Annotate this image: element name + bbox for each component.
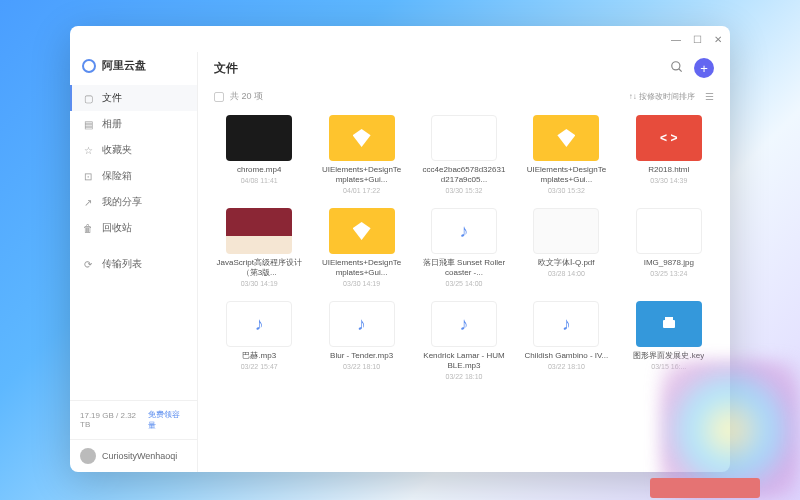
file-thumbnail (329, 208, 395, 254)
file-name: UIElements+DesignTemplates+Gui... (319, 258, 405, 278)
file-icon: ▢ (82, 92, 94, 104)
file-name: R2018.html (648, 165, 689, 175)
file-name: 落日飛車 Sunset Rollercoaster -... (421, 258, 507, 278)
sidebar-item-file[interactable]: ▢文件 (70, 85, 197, 111)
header: 文件 + (198, 52, 730, 86)
file-item[interactable]: 落日飛車 Sunset Rollercoaster -...03/25 14:0… (415, 204, 513, 291)
file-thumbnail: < > (636, 115, 702, 161)
brand-title: 阿里云盘 (102, 58, 146, 73)
search-icon[interactable] (670, 60, 684, 77)
file-item[interactable]: < >R2018.html03/30 14:39 (620, 111, 718, 198)
file-thumbnail (226, 208, 292, 254)
file-item[interactable]: JavaScript高级程序设计（第3版...03/30 14:19 (210, 204, 308, 291)
view-toggle-icon[interactable]: ☰ (705, 91, 714, 102)
username: CuriosityWenhaoqi (102, 451, 177, 461)
sidebar-item-trash[interactable]: 🗑回收站 (70, 215, 197, 241)
file-item[interactable]: 图形界面发展史.key03/15 16:... (620, 297, 718, 384)
main: 文件 + 共 20 项 ↑↓ 按修改时间排序 ☰ (198, 52, 730, 472)
file-grid: chrome.mp404/08 11:41UIElements+DesignTe… (210, 111, 718, 384)
header-actions: + (670, 58, 714, 78)
file-thumbnail (226, 115, 292, 161)
file-item[interactable]: 巴赫.mp303/22 15:47 (210, 297, 308, 384)
sidebar-item-lock[interactable]: ⊡保险箱 (70, 163, 197, 189)
sidebar-item-label: 相册 (102, 117, 122, 131)
toolbar: 共 20 项 ↑↓ 按修改时间排序 ☰ (198, 86, 730, 111)
item-count: 共 20 项 (230, 90, 263, 103)
file-date: 03/30 14:39 (650, 177, 687, 184)
album-icon: ▤ (82, 118, 94, 130)
sidebar-item-label: 保险箱 (102, 169, 132, 183)
file-item[interactable]: chrome.mp404/08 11:41 (210, 111, 308, 198)
file-date: 04/01 17:22 (343, 187, 380, 194)
file-date: 03/30 14:19 (241, 280, 278, 287)
sort-button[interactable]: ↑↓ 按修改时间排序 (629, 91, 695, 102)
maximize-button[interactable]: ☐ (693, 34, 702, 45)
file-thumbnail (533, 301, 599, 347)
sidebar-item-star[interactable]: ☆收藏夹 (70, 137, 197, 163)
sidebar-item-label: 收藏夹 (102, 143, 132, 157)
storage-link[interactable]: 免费领容量 (148, 409, 188, 431)
file-item[interactable]: UIElements+DesignTemplates+Gui...03/30 1… (312, 204, 410, 291)
file-name: Kendrick Lamar - HUMBLE.mp3 (421, 351, 507, 371)
brand-icon (82, 59, 96, 73)
sidebar-item-transfer[interactable]: ⟳传输列表 (70, 251, 197, 277)
toolbar-left: 共 20 项 (214, 90, 263, 103)
file-grid-scroll[interactable]: chrome.mp404/08 11:41UIElements+DesignTe… (198, 111, 730, 472)
storage-text: 17.19 GB / 2.32 TB (80, 411, 148, 429)
storage: 17.19 GB / 2.32 TB 免费领容量 (70, 400, 197, 439)
file-thumbnail (226, 301, 292, 347)
file-date: 03/25 14:00 (446, 280, 483, 287)
file-thumbnail (533, 208, 599, 254)
close-button[interactable]: ✕ (714, 34, 722, 45)
file-name: 欧文字体Ⅰ-Q.pdf (538, 258, 594, 268)
sidebar-item-label: 文件 (102, 91, 122, 105)
file-item[interactable]: UIElements+DesignTemplates+Gui...04/01 1… (312, 111, 410, 198)
share-icon: ↗ (82, 196, 94, 208)
file-date: 03/15 16:... (651, 363, 686, 370)
file-name: UIElements+DesignTemplates+Gui... (319, 165, 405, 185)
file-date: 03/30 15:32 (446, 187, 483, 194)
avatar (80, 448, 96, 464)
file-item[interactable]: IMG_9878.jpg03/25 13:24 (620, 204, 718, 291)
file-name: JavaScript高级程序设计（第3版... (216, 258, 302, 278)
file-item[interactable]: Blur - Tender.mp303/22 18:10 (312, 297, 410, 384)
sidebar-item-label: 回收站 (102, 221, 132, 235)
toolbar-right: ↑↓ 按修改时间排序 ☰ (629, 91, 714, 102)
file-date: 03/22 15:47 (241, 363, 278, 370)
file-item[interactable]: ccc4e2bac6578d32631d217a9c05...03/30 15:… (415, 111, 513, 198)
file-date: 03/30 14:19 (343, 280, 380, 287)
file-name: Blur - Tender.mp3 (330, 351, 393, 361)
file-item[interactable]: Childish Gambino - IV...03/22 18:10 (517, 297, 615, 384)
file-name: UIElements+DesignTemplates+Gui... (523, 165, 609, 185)
file-item[interactable]: 欧文字体Ⅰ-Q.pdf03/28 14:00 (517, 204, 615, 291)
file-name: IMG_9878.jpg (644, 258, 694, 268)
sidebar-item-share[interactable]: ↗我的分享 (70, 189, 197, 215)
file-thumbnail (533, 115, 599, 161)
file-date: 03/22 18:10 (446, 373, 483, 380)
app-window: — ☐ ✕ 阿里云盘 ▢文件▤相册☆收藏夹⊡保险箱↗我的分享🗑回收站⟳传输列表 … (70, 26, 730, 472)
file-thumbnail (636, 208, 702, 254)
sidebar-item-label: 我的分享 (102, 195, 142, 209)
file-item[interactable]: Kendrick Lamar - HUMBLE.mp303/22 18:10 (415, 297, 513, 384)
file-thumbnail (431, 208, 497, 254)
user-row[interactable]: CuriosityWenhaoqi (70, 439, 197, 472)
star-icon: ☆ (82, 144, 94, 156)
minimize-button[interactable]: — (671, 34, 681, 45)
file-date: 03/25 13:24 (650, 270, 687, 277)
file-thumbnail (329, 301, 395, 347)
file-name: 图形界面发展史.key (633, 351, 704, 361)
file-thumbnail (431, 301, 497, 347)
add-button[interactable]: + (694, 58, 714, 78)
sidebar-item-album[interactable]: ▤相册 (70, 111, 197, 137)
nav: ▢文件▤相册☆收藏夹⊡保险箱↗我的分享🗑回收站⟳传输列表 (70, 85, 197, 400)
file-name: ccc4e2bac6578d32631d217a9c05... (421, 165, 507, 185)
titlebar: — ☐ ✕ (70, 26, 730, 52)
file-thumbnail (636, 301, 702, 347)
file-item[interactable]: UIElements+DesignTemplates+Gui...03/30 1… (517, 111, 615, 198)
file-date: 03/30 15:32 (548, 187, 585, 194)
trash-icon: 🗑 (82, 222, 94, 234)
select-all-checkbox[interactable] (214, 92, 224, 102)
transfer-icon: ⟳ (82, 258, 94, 270)
file-thumbnail (431, 115, 497, 161)
sidebar: 阿里云盘 ▢文件▤相册☆收藏夹⊡保险箱↗我的分享🗑回收站⟳传输列表 17.19 … (70, 52, 198, 472)
